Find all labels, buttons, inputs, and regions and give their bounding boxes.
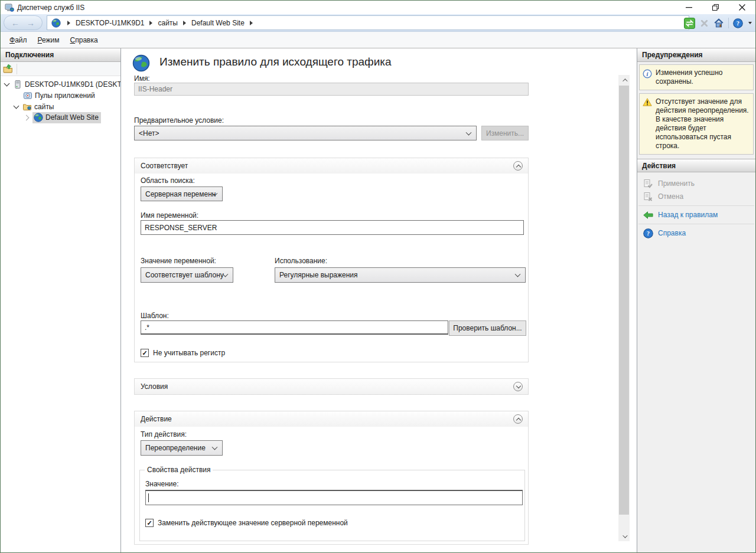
match-section-header[interactable]: Соответствует <box>135 158 528 174</box>
breadcrumb-item-sites[interactable]: сайты <box>158 19 178 27</box>
ignore-case-label: Не учитывать регистр <box>153 349 225 357</box>
alert-info-text: Изменения успешно сохранены. <box>656 68 750 86</box>
breadcrumb-item-server[interactable]: DESKTOP-U1MK9D1 <box>76 19 144 27</box>
scope-value: Серверная переменн <box>145 190 216 198</box>
tree-item-sites[interactable]: сайты <box>1 101 120 112</box>
tree-item-app-pools-label: Пулы приложений <box>35 91 95 100</box>
chevron-up-icon <box>623 78 627 83</box>
breadcrumb[interactable]: DESKTOP-U1MK9D1 сайты Default Web Site <box>47 15 689 30</box>
minimize-button[interactable] <box>676 1 702 14</box>
menu-help[interactable]: Справка <box>65 34 103 47</box>
close-button[interactable] <box>729 1 755 14</box>
chevron-expanded-icon[interactable] <box>14 103 19 109</box>
menu-view[interactable]: Режим <box>32 34 65 47</box>
help-icon[interactable]: ? <box>733 18 743 28</box>
chevron-collapsed-icon[interactable] <box>24 115 30 121</box>
scope-select[interactable]: Серверная переменн <box>141 186 223 201</box>
minimize-icon <box>686 4 692 11</box>
svg-text:?: ? <box>647 230 650 237</box>
scroll-up-button[interactable] <box>618 75 630 85</box>
collapse-section-button[interactable] <box>513 414 523 424</box>
pattern-label: Шаблон: <box>141 312 169 320</box>
collapse-section-button[interactable] <box>513 161 523 171</box>
tree-item-app-pools[interactable]: Пулы приложений <box>1 90 120 101</box>
scope-label: Область поиска: <box>141 176 195 185</box>
back-to-rules-label[interactable]: Назад к правилам <box>658 211 718 219</box>
variable-name-input[interactable] <box>141 220 524 235</box>
page-title: Изменить правило для исходящего трафика <box>159 55 392 68</box>
home-icon[interactable] <box>713 18 724 28</box>
save-connection-icon[interactable] <box>3 64 13 74</box>
action-type-select[interactable]: Переопределение <box>141 440 223 456</box>
scrollbar-thumb[interactable] <box>619 86 629 515</box>
actions-list: Применить Отмена Назад к правилам ? Спра… <box>637 172 755 240</box>
conditions-section-header[interactable]: Условия <box>135 379 528 394</box>
menu-file-accel: Ф <box>9 36 15 44</box>
help-action[interactable]: ? Справка <box>637 227 755 240</box>
replace-row: ✓ Заменить действующее значение серверно… <box>145 519 348 527</box>
breadcrumb-item-default-web-site[interactable]: Default Web Site <box>191 19 245 27</box>
value-input[interactable] <box>145 490 523 505</box>
cancel-action-label: Отмена <box>658 192 683 201</box>
using-label: Использование: <box>275 257 327 265</box>
ignore-case-row: ✓ Не учитывать регистр <box>141 349 225 357</box>
action-properties-legend: Свойства действия <box>145 466 213 474</box>
alerts-list: i Изменения успешно сохранены. Отсутству… <box>637 62 755 159</box>
ignore-case-checkbox[interactable]: ✓ <box>141 349 149 357</box>
iis-manager-window: Диспетчер служб IIS ← → DESKTOP-U1MK9D1 … <box>0 0 756 553</box>
alert-warning-text: Отсутствует значение для действия переоп… <box>656 97 750 150</box>
replace-value-checkbox[interactable]: ✓ <box>145 519 154 527</box>
close-icon <box>739 4 745 11</box>
right-sidebar: Предупреждения i Изменения успешно сохра… <box>637 48 755 552</box>
precondition-label: Предварительное условие: <box>134 116 224 125</box>
menu-file[interactable]: Файл <box>4 34 32 47</box>
svg-text:?: ? <box>737 20 739 27</box>
back-to-rules-action[interactable]: Назад к правилам <box>637 208 755 221</box>
vertical-scrollbar[interactable] <box>618 75 630 541</box>
value-label: Значение: <box>145 480 179 488</box>
name-label: Имя: <box>134 74 150 83</box>
test-pattern-button[interactable]: Проверить шаблон... <box>449 320 526 336</box>
restore-button[interactable] <box>702 1 729 14</box>
restore-icon <box>712 4 719 11</box>
cancel-action: Отмена <box>637 190 755 203</box>
apply-action: Применить <box>637 177 755 190</box>
svg-text:i: i <box>647 71 649 77</box>
apply-action-label: Применить <box>658 179 695 188</box>
server-icon <box>13 80 22 89</box>
precondition-select[interactable]: <Нет> <box>134 126 477 140</box>
menu-view-accel: Р <box>38 36 42 44</box>
scroll-down-button[interactable] <box>618 531 630 541</box>
chevron-down-icon <box>212 444 218 450</box>
action-section: Действие Тип действия: Переопределение С… <box>134 411 529 545</box>
actions-panel-title: Действия <box>637 159 755 172</box>
expand-section-button[interactable] <box>513 382 523 391</box>
refresh-icon[interactable] <box>684 18 695 29</box>
help-icon: ? <box>643 228 653 238</box>
chevron-expanded-icon[interactable] <box>4 80 10 86</box>
breadcrumb-separator-icon <box>250 21 253 25</box>
using-select[interactable]: Регулярные выражения <box>275 267 526 283</box>
menu-help-accel: С <box>70 36 76 44</box>
tree-item-server[interactable]: DESKTOP-U1MK9D1 (DESKTOP <box>1 78 120 90</box>
action-section-header[interactable]: Действие <box>135 411 528 427</box>
tree-item-default-web-site[interactable]: Default Web Site <box>1 112 120 123</box>
apply-icon <box>643 179 653 189</box>
variable-value-select[interactable]: Соответствует шаблону <box>141 267 233 283</box>
tree-item-default-web-site-label: Default Web Site <box>45 113 99 122</box>
text-caret <box>148 493 149 502</box>
help-dropdown-caret-icon[interactable] <box>748 22 752 24</box>
help-action-label[interactable]: Справка <box>658 229 686 237</box>
application-pools-icon <box>23 91 32 100</box>
tree-item-sites-label: сайты <box>34 103 54 111</box>
chevron-up-icon <box>516 165 520 169</box>
forward-nav-button[interactable]: → <box>27 18 35 28</box>
breadcrumb-separator-icon <box>183 21 186 25</box>
alert-warning: Отсутствует значение для действия переоп… <box>639 93 754 155</box>
selected-tree-item: Default Web Site <box>32 112 101 123</box>
using-value: Регулярные выражения <box>279 271 358 279</box>
variable-name-label: Имя переменной: <box>141 211 198 220</box>
globe-icon <box>34 113 43 122</box>
pattern-input[interactable] <box>141 320 448 335</box>
back-nav-button[interactable]: ← <box>11 18 19 28</box>
